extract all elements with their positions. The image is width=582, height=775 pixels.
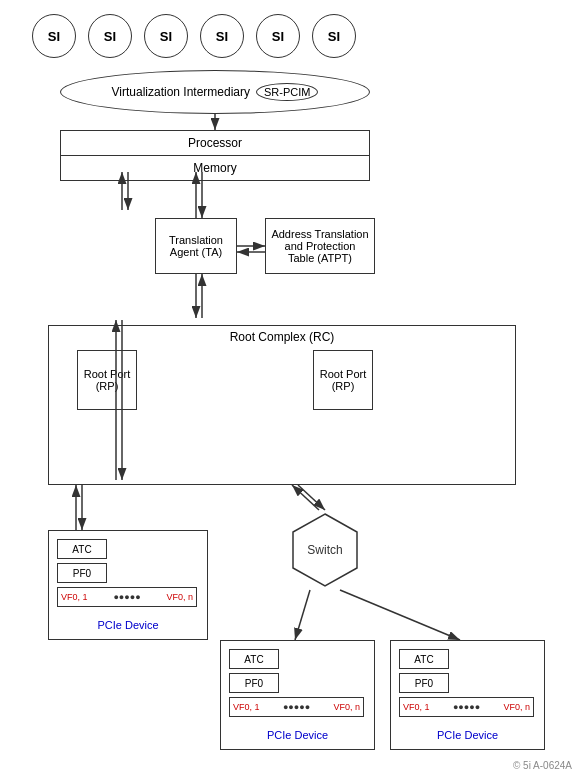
si-circle-5: SI [256,14,300,58]
vf-start-left: VF0, 1 [61,592,88,602]
rc-label: Root Complex (RC) [49,326,515,346]
vf-start-center: VF0, 1 [233,702,260,712]
si-circle-1: SI [32,14,76,58]
vi-label: Virtualization Intermediary [112,85,251,99]
atpt-box: Address Translation and Protection Table… [265,218,375,274]
atc-right: ATC [399,649,449,669]
pcie-device-left: ATC PF0 VF0, 1 ●●●●● VF0, n PCIe Device [48,530,208,640]
pf0-center: PF0 [229,673,279,693]
pcie-device-right: ATC PF0 VF0, 1 ●●●●● VF0, n PCIe Device [390,640,545,750]
switch-hexagon: Switch [285,510,365,590]
vi-ellipse: Virtualization Intermediary SR-PCIM [60,70,370,114]
vf-row-center: VF0, 1 ●●●●● VF0, n [229,697,364,717]
si-circle-2: SI [88,14,132,58]
vf-dots-center: ●●●●● [283,702,310,712]
svg-line-17 [298,485,325,510]
root-complex-box: Root Complex (RC) Root Port (RP) Root Po… [48,325,516,485]
vf-end-center: VF0, n [333,702,360,712]
pcie-label-center: PCIe Device [221,727,374,743]
vf-dots-right: ●●●●● [453,702,480,712]
pcie-label-right: PCIe Device [391,727,544,743]
svg-text:Switch: Switch [307,543,342,557]
svg-line-18 [292,485,319,510]
root-port-right: Root Port (RP) [313,350,373,410]
svg-line-19 [295,590,310,640]
vf-end-right: VF0, n [503,702,530,712]
vf-dots-left: ●●●●● [113,592,140,602]
sr-pcim-badge: SR-PCIM [256,83,318,101]
pcie-device-center: ATC PF0 VF0, 1 ●●●●● VF0, n PCIe Device [220,640,375,750]
pf0-left: PF0 [57,563,107,583]
processor-label: Processor [61,131,369,156]
watermark: © 5i A-0624A [513,760,572,771]
pf0-right: PF0 [399,673,449,693]
rp-right-label: Root Port (RP) [314,368,372,392]
vf-row-right: VF0, 1 ●●●●● VF0, n [399,697,534,717]
vf-start-right: VF0, 1 [403,702,430,712]
ta-label: Translation Agent (TA) [160,234,232,258]
atc-left: ATC [57,539,107,559]
si-circle-4: SI [200,14,244,58]
si-circle-3: SI [144,14,188,58]
proc-mem-box: Processor Memory [60,130,370,181]
vf-end-left: VF0, n [166,592,193,602]
rp-left-label: Root Port (RP) [78,368,136,392]
svg-line-20 [340,590,460,640]
pcie-label-left: PCIe Device [49,617,207,633]
vf-row-left: VF0, 1 ●●●●● VF0, n [57,587,197,607]
translation-agent-box: Translation Agent (TA) [155,218,237,274]
si-circle-6: SI [312,14,356,58]
atc-center: ATC [229,649,279,669]
memory-label: Memory [61,156,369,180]
root-port-left: Root Port (RP) [77,350,137,410]
diagram: SI SI SI SI SI SI Virtualization Interme… [0,0,582,775]
atpt-label: Address Translation and Protection Table… [270,228,370,264]
